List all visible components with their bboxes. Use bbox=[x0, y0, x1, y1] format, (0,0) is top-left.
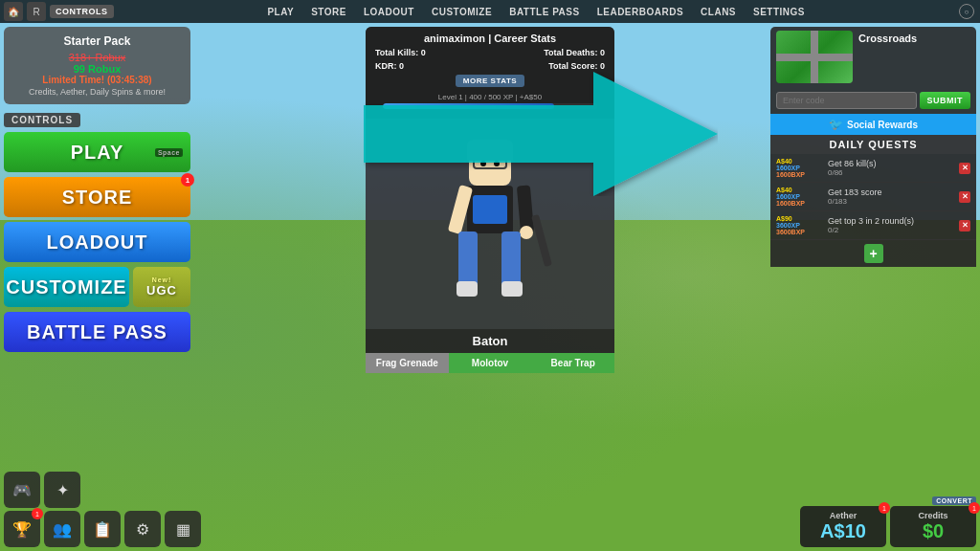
xp-bar bbox=[383, 103, 597, 109]
bottom-icons: 🎮 ✦ 🏆 1 👥 📋 ⚙ ▦ bbox=[4, 472, 201, 547]
starter-pack-desc: Credits, Aether, Daily Spins & more! bbox=[13, 87, 181, 97]
icon-row-top: 🎮 ✦ bbox=[4, 472, 201, 508]
nav-store[interactable]: STORE bbox=[311, 7, 346, 17]
topbar-right: ○ bbox=[959, 4, 980, 19]
nav-clans[interactable]: CLANS bbox=[701, 7, 736, 17]
nav-settings[interactable]: SETTINGS bbox=[753, 7, 805, 17]
store-button[interactable]: STORE bbox=[4, 177, 190, 217]
battlepass-button[interactable]: BATTLE PASS bbox=[4, 312, 190, 352]
submit-button[interactable]: SUBMIT bbox=[920, 92, 971, 109]
home-icon[interactable]: 🏠 bbox=[4, 2, 23, 21]
item-frag-grenade[interactable]: Frag Grenade bbox=[366, 353, 449, 373]
missions-icon: 📋 bbox=[93, 520, 112, 539]
grid-icon-box[interactable]: ▦ bbox=[165, 511, 201, 547]
kills-stat: Total Kills: 0 bbox=[375, 48, 426, 57]
quest-2-rewards: A$40 1600XP 1600BXP bbox=[776, 187, 824, 207]
daily-spin-icon-box[interactable]: ✦ bbox=[44, 472, 80, 508]
topbar-menu-icon[interactable]: ○ bbox=[959, 4, 974, 19]
quest-item-1: A$40 1600XP 1600BXP Get 86 kill(s) 0/86 … bbox=[770, 154, 976, 183]
quest-3-text: Get top 3 in 2 round(s) bbox=[828, 216, 955, 226]
character-card: animaximon | Career Stats Total Kills: 0… bbox=[366, 27, 614, 373]
trophy-notification: 1 bbox=[32, 508, 43, 519]
nav-battlepass[interactable]: BATTLE PASS bbox=[509, 7, 579, 17]
quest-1-info: Get 86 kill(s) 0/86 bbox=[828, 159, 955, 177]
quest-1-rewards: A$40 1600XP 1600BXP bbox=[776, 158, 824, 178]
players-icon-box[interactable]: 👥 bbox=[44, 511, 80, 547]
quest-1-text: Get 86 kill(s) bbox=[828, 159, 955, 168]
topbar-left: 🏠 R CONTROLS bbox=[0, 2, 114, 21]
quest-3-xp: 3600XP bbox=[776, 222, 824, 229]
starter-pack-title: Starter Pack bbox=[13, 34, 181, 48]
spin-icon: ✦ bbox=[56, 481, 69, 499]
code-input[interactable] bbox=[776, 92, 917, 109]
credits-notification: 1 bbox=[969, 502, 980, 514]
ugc-button[interactable]: New! UGC bbox=[133, 267, 190, 307]
topbar-controls-label: CONTROLS bbox=[50, 5, 114, 18]
quest-item-3: A$90 3600XP 3600BXP Get top 3 in 2 round… bbox=[770, 211, 976, 240]
store-notification: 1 bbox=[181, 173, 194, 187]
char-right-hand bbox=[520, 226, 533, 239]
starter-pack-new-price: 99 Robux bbox=[13, 63, 181, 75]
credits-label: Credits bbox=[900, 511, 967, 520]
customize-button[interactable]: CUSTOMIZE bbox=[4, 267, 129, 307]
character-card-header: animaximon | Career Stats Total Kills: 0… bbox=[366, 27, 614, 119]
quest-2-as: A$40 bbox=[776, 187, 824, 193]
missions-icon-box[interactable]: 📋 bbox=[84, 511, 121, 547]
nav-play[interactable]: PLAY bbox=[267, 7, 294, 17]
social-rewards[interactable]: 🐦 Social Rewards bbox=[770, 114, 976, 135]
road-vertical bbox=[811, 31, 818, 83]
roblox-icon[interactable]: R bbox=[27, 2, 46, 21]
char-body bbox=[467, 186, 513, 233]
char-shirt bbox=[473, 195, 507, 224]
credits-box: CONVERT 1 Credits $0 bbox=[890, 506, 976, 547]
players-icon: 👥 bbox=[53, 520, 72, 539]
roblox-character bbox=[452, 147, 528, 300]
ugc-new-label: New! bbox=[152, 276, 172, 283]
starter-pack[interactable]: Starter Pack 318+ Robux 99 Robux Limited… bbox=[4, 27, 190, 104]
settings-icon: ⚙ bbox=[136, 520, 149, 539]
character-name-label: Baton bbox=[366, 329, 614, 353]
add-quest-button[interactable]: + bbox=[864, 244, 883, 263]
quest-add-section: + bbox=[770, 240, 976, 267]
starter-pack-timer: Limited Time! (03:45:38) bbox=[13, 75, 181, 85]
quest-3-bxp: 3600BXP bbox=[776, 229, 824, 235]
quest-3-rewards: A$90 3600XP 3600BXP bbox=[776, 215, 824, 235]
character-avatar-area bbox=[366, 119, 614, 329]
quest-2-info: Get 183 score 0/183 bbox=[828, 187, 955, 206]
loadout-button[interactable]: LOADOUT bbox=[4, 222, 190, 262]
char-weapon bbox=[531, 214, 552, 267]
nav-loadout[interactable]: LOADOUT bbox=[364, 7, 414, 17]
player-name: animaximon | Career Stats bbox=[375, 33, 605, 44]
character-items-row: Frag Grenade Molotov Bear Trap bbox=[366, 353, 614, 373]
inventory-icon: 🎮 bbox=[12, 481, 32, 499]
quest-3-close[interactable]: ✕ bbox=[959, 220, 970, 231]
stats-row-2: KDR: 0 Total Score: 0 bbox=[375, 61, 605, 71]
more-stats-button[interactable]: MORE STATS bbox=[456, 75, 524, 87]
nav-leaderboards[interactable]: LEADERBOARDS bbox=[597, 7, 683, 17]
score-stat: Total Score: 0 bbox=[548, 61, 605, 71]
twitter-icon: 🐦 bbox=[829, 118, 843, 131]
quest-2-close[interactable]: ✕ bbox=[959, 191, 970, 203]
quest-1-close[interactable]: ✕ bbox=[959, 163, 970, 174]
grid-icon: ▦ bbox=[176, 520, 190, 539]
inventory-icon-box[interactable]: 🎮 bbox=[4, 472, 40, 508]
daily-quests-header: DAILY QUESTS bbox=[770, 135, 976, 154]
xp-bar-fill bbox=[383, 103, 554, 109]
icon-row-bottom: 🏆 1 👥 📋 ⚙ ▦ bbox=[4, 511, 201, 547]
currency-section: 1 Aether A$10 CONVERT 1 Credits $0 bbox=[800, 506, 976, 547]
quest-3-progress: 0/2 bbox=[828, 226, 955, 234]
xp-label: Level 1 | 400 / 500 XP | +A$50 bbox=[383, 93, 597, 101]
settings-icon-box[interactable]: ⚙ bbox=[124, 511, 161, 547]
nav-customize[interactable]: CUSTOMIZE bbox=[432, 7, 492, 17]
play-button[interactable]: PLAY Space bbox=[4, 132, 190, 172]
item-bear-trap[interactable]: Bear Trap bbox=[531, 353, 614, 373]
char-left-shoe bbox=[457, 281, 478, 297]
crossroads-label: Crossroads bbox=[858, 31, 917, 44]
item-molotov[interactable]: Molotov bbox=[449, 353, 532, 373]
quest-item-2: A$40 1600XP 1600BXP Get 183 score 0/183 … bbox=[770, 183, 976, 211]
aether-notification: 1 bbox=[879, 502, 890, 514]
char-hat bbox=[467, 140, 513, 161]
controls-label: CONTROLS bbox=[4, 113, 80, 127]
trophy-icon-box[interactable]: 🏆 1 bbox=[4, 511, 40, 547]
code-section: SUBMIT bbox=[770, 87, 976, 114]
